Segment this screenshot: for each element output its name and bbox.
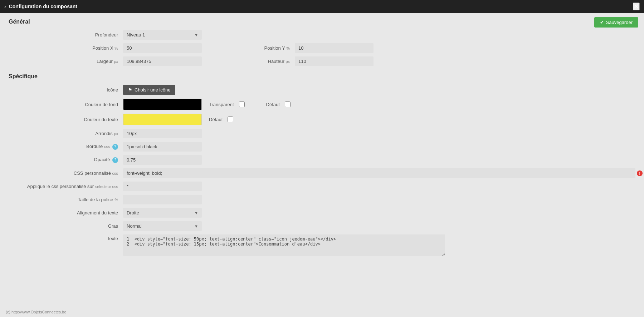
couleur-fond-label: Couleur de fond bbox=[9, 102, 123, 107]
arrondis-label: Arrondis px bbox=[9, 131, 123, 136]
size-row: Largeur px Hauteur px bbox=[9, 56, 635, 66]
icone-label: Icône bbox=[9, 87, 123, 93]
alignement-texte-row: Alignement du texte Gauche Centre Droite… bbox=[9, 208, 635, 218]
save-button[interactable]: ✔ Sauvegarder bbox=[594, 17, 638, 28]
opacite-row: Opacité ? bbox=[9, 155, 635, 165]
css-personnalise-label: CSS personnalisé css bbox=[9, 170, 123, 176]
couleur-fond-swatch[interactable] bbox=[123, 99, 202, 110]
gras-select-wrapper: Normal Gras ▼ bbox=[123, 221, 202, 231]
profondeur-select[interactable]: Niveau 1 bbox=[123, 30, 202, 40]
applique-css-input[interactable] bbox=[123, 182, 202, 191]
bordure-help-icon: ? bbox=[112, 144, 118, 150]
opacite-help-icon: ? bbox=[112, 157, 118, 163]
gras-row: Gras Normal Gras ▼ bbox=[9, 221, 635, 231]
save-label: Sauvegarder bbox=[606, 20, 633, 25]
position-y-col: Position Y % bbox=[230, 43, 374, 53]
title-bar-title: Configuration du composant bbox=[9, 4, 77, 9]
texte-row: Texte <span data-bind="specifique.texteL… bbox=[9, 234, 635, 256]
bordure-label: Bordure css ? bbox=[9, 144, 123, 150]
applique-css-row: Appliqué le css personnalisé sur selecte… bbox=[9, 182, 635, 191]
choose-icon-button[interactable]: ⚑ Choisir une icône bbox=[123, 85, 175, 95]
specifique-section-header: Spécifique bbox=[9, 73, 635, 80]
default1-checkbox-wrapper: Défaut bbox=[266, 101, 291, 107]
position-y-input[interactable] bbox=[295, 43, 374, 53]
couleur-texte-swatch[interactable] bbox=[123, 114, 202, 125]
alignement-texte-label: Alignement du texte bbox=[9, 210, 123, 216]
opacite-label: Opacité ? bbox=[9, 157, 123, 163]
default1-label: Défaut bbox=[266, 102, 280, 107]
general-section: Général Profondeur Niveau 1 ▼ Position X… bbox=[9, 19, 635, 66]
taille-police-row: Taille de la police % bbox=[9, 195, 635, 204]
default2-checkbox[interactable] bbox=[228, 117, 233, 122]
position-x-label: Position X % bbox=[9, 45, 123, 51]
choose-icon-label: Choisir une icône bbox=[135, 87, 170, 93]
transparent-checkbox[interactable] bbox=[239, 101, 245, 107]
css-error-indicator: ! bbox=[637, 170, 643, 176]
transparent-label: Transparent bbox=[209, 102, 234, 107]
taille-police-input[interactable] bbox=[123, 195, 202, 204]
largeur-label: Largeur px bbox=[9, 59, 123, 64]
gras-label: Gras bbox=[9, 223, 123, 229]
css-personnalise-row: CSS personnalisé css ! bbox=[9, 168, 635, 178]
title-bar-left: › Configuration du composant bbox=[4, 4, 77, 9]
taille-police-label: Taille de la police % bbox=[9, 197, 123, 202]
texte-label: Texte bbox=[9, 234, 123, 241]
position-x-col: Position X % bbox=[9, 43, 202, 53]
alignement-texte-select[interactable]: Gauche Centre Droite Justifié bbox=[123, 208, 202, 218]
default2-label: Défaut bbox=[209, 117, 223, 122]
hauteur-label: Hauteur px bbox=[230, 59, 295, 64]
position-y-label: Position Y % bbox=[230, 45, 295, 51]
icone-row: Icône ⚑ Choisir une icône bbox=[9, 85, 635, 95]
bordure-input[interactable] bbox=[123, 142, 202, 152]
flag-icon: ⚑ bbox=[128, 87, 132, 93]
couleur-fond-row: Couleur de fond Transparent Défaut bbox=[9, 99, 635, 110]
bordure-row: Bordure css ? bbox=[9, 142, 635, 152]
arrondis-input[interactable] bbox=[123, 129, 202, 138]
profondeur-select-wrapper: Niveau 1 ▼ bbox=[123, 30, 202, 40]
transparent-checkbox-wrapper: Transparent bbox=[209, 101, 245, 107]
general-section-header: Général bbox=[9, 19, 635, 25]
default2-checkbox-wrapper: Défaut bbox=[209, 117, 233, 122]
main-content: ✔ Sauvegarder Général Profondeur Niveau … bbox=[0, 13, 644, 317]
position-x-input[interactable] bbox=[123, 43, 202, 53]
default1-checkbox[interactable] bbox=[285, 101, 291, 107]
close-button[interactable]: ✕ bbox=[633, 3, 640, 10]
hauteur-input[interactable] bbox=[295, 56, 374, 66]
opacite-input[interactable] bbox=[123, 155, 202, 165]
css-input-wrapper: ! bbox=[123, 168, 635, 178]
applique-css-label: Appliqué le css personnalisé sur selecte… bbox=[9, 184, 123, 189]
texte-textarea[interactable]: <span data-bind="specifique.texteLine1">… bbox=[123, 234, 445, 256]
alignement-select-wrapper: Gauche Centre Droite Justifié ▼ bbox=[123, 208, 202, 218]
position-row: Position X % Position Y % bbox=[9, 43, 635, 53]
save-checkmark-icon: ✔ bbox=[600, 20, 604, 25]
title-bar-arrow-icon: › bbox=[4, 4, 6, 9]
largeur-input[interactable] bbox=[123, 56, 202, 66]
couleur-texte-label: Couleur du texte bbox=[9, 117, 123, 122]
hauteur-col: Hauteur px bbox=[230, 56, 374, 66]
title-bar: › Configuration du composant ✕ bbox=[0, 0, 644, 13]
footer-text: (c) http://www.ObjetsConnectes.be bbox=[6, 310, 66, 314]
profondeur-row: Profondeur Niveau 1 ▼ bbox=[9, 30, 635, 40]
css-personnalise-input[interactable] bbox=[123, 168, 635, 178]
couleur-texte-row: Couleur du texte Défaut bbox=[9, 114, 635, 125]
specifique-section: Spécifique Icône ⚑ Choisir une icône Cou… bbox=[9, 73, 635, 256]
largeur-col: Largeur px bbox=[9, 56, 202, 66]
arrondis-row: Arrondis px bbox=[9, 129, 635, 138]
gras-select[interactable]: Normal Gras bbox=[123, 221, 202, 231]
profondeur-label: Profondeur bbox=[9, 32, 123, 38]
